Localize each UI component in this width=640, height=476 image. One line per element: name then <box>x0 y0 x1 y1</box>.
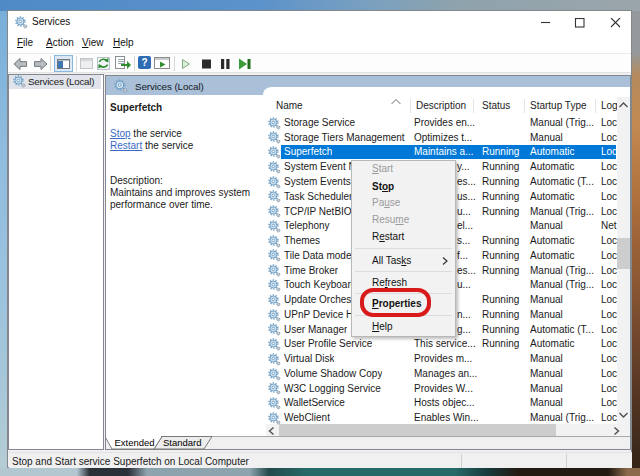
svg-text:Extended: Extended <box>115 437 155 448</box>
svg-text:Standard: Standard <box>163 437 202 448</box>
